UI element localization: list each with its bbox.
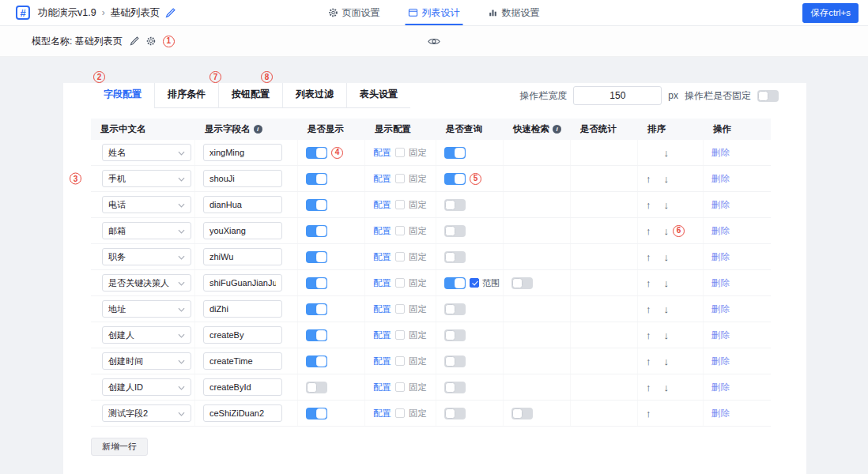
nav-tab-page-settings[interactable]: 页面设置 xyxy=(329,0,380,25)
save-button[interactable]: 保存ctrl+s xyxy=(802,3,859,23)
field-name-input[interactable] xyxy=(203,352,282,370)
show-toggle[interactable] xyxy=(306,303,327,315)
delete-link[interactable]: 删除 xyxy=(711,329,730,341)
config-link[interactable]: 配置 xyxy=(373,147,391,159)
config-link[interactable]: 配置 xyxy=(373,251,391,263)
sort-up-icon[interactable]: ↑ xyxy=(646,173,651,185)
field-name-input[interactable] xyxy=(203,170,282,187)
model-settings-gear-icon[interactable] xyxy=(146,36,156,46)
cn-name-select[interactable]: 创建人 xyxy=(102,326,191,344)
nav-tab-list-design[interactable]: 列表设计 xyxy=(409,0,460,25)
query-toggle[interactable] xyxy=(444,199,466,211)
sort-up-icon[interactable]: ↑ xyxy=(646,329,651,341)
quick-search-toggle[interactable] xyxy=(511,277,533,289)
config-link[interactable]: 配置 xyxy=(373,277,391,289)
query-toggle[interactable] xyxy=(444,225,466,237)
query-toggle[interactable] xyxy=(444,251,466,263)
sort-down-icon[interactable]: ↓ xyxy=(664,225,670,237)
fixed-checkbox[interactable] xyxy=(395,226,405,235)
show-toggle[interactable] xyxy=(306,173,327,185)
query-toggle[interactable] xyxy=(444,277,466,289)
cn-name-select[interactable]: 手机 xyxy=(102,170,191,187)
field-name-input[interactable] xyxy=(203,222,282,239)
config-link[interactable]: 配置 xyxy=(373,329,391,341)
delete-link[interactable]: 删除 xyxy=(711,356,730,367)
action-fixed-toggle[interactable] xyxy=(757,90,779,102)
cn-name-select[interactable]: 职务 xyxy=(102,248,191,265)
query-toggle[interactable] xyxy=(444,329,466,341)
sort-down-icon[interactable]: ↓ xyxy=(664,173,670,185)
edit-model-name-icon[interactable] xyxy=(130,36,139,46)
tab-header-settings[interactable]: 表头设置 xyxy=(346,83,410,108)
sort-down-icon[interactable]: ↓ xyxy=(664,277,670,289)
show-toggle[interactable] xyxy=(306,251,327,263)
field-name-input[interactable] xyxy=(203,248,282,265)
delete-link[interactable]: 删除 xyxy=(711,277,730,289)
sort-up-icon[interactable]: ↑ xyxy=(646,382,651,393)
query-toggle[interactable] xyxy=(444,173,466,185)
sort-up-icon[interactable]: ↑ xyxy=(646,356,651,367)
sort-up-icon[interactable]: ↑ xyxy=(646,199,651,211)
preview-eye-icon[interactable] xyxy=(428,36,441,47)
delete-link[interactable]: 删除 xyxy=(711,199,730,211)
cn-name-select[interactable]: 电话 xyxy=(102,196,191,213)
sort-up-icon[interactable]: ↑ xyxy=(646,277,651,289)
delete-link[interactable]: 删除 xyxy=(711,173,730,185)
field-name-input[interactable] xyxy=(203,274,282,292)
config-link[interactable]: 配置 xyxy=(373,356,391,367)
field-name-input[interactable] xyxy=(203,300,282,318)
action-width-input[interactable] xyxy=(573,86,662,105)
sort-down-icon[interactable]: ↓ xyxy=(664,329,670,341)
show-toggle[interactable] xyxy=(306,329,327,341)
tab-button-config[interactable]: 按钮配置 xyxy=(218,83,282,108)
show-toggle[interactable] xyxy=(306,277,327,289)
edit-title-icon[interactable] xyxy=(165,8,175,18)
quick-search-toggle[interactable] xyxy=(511,408,533,419)
query-toggle[interactable] xyxy=(444,356,466,367)
field-name-input[interactable] xyxy=(203,196,282,213)
field-name-input[interactable] xyxy=(203,378,282,396)
sort-down-icon[interactable]: ↓ xyxy=(664,147,670,159)
cn-name-select[interactable]: 创建人ID xyxy=(102,378,191,396)
show-toggle[interactable] xyxy=(306,225,327,237)
fixed-checkbox[interactable] xyxy=(395,356,405,366)
config-link[interactable]: 配置 xyxy=(373,199,391,211)
field-name-input[interactable] xyxy=(203,326,282,344)
app-logo-icon[interactable]: # xyxy=(16,6,30,20)
tab-sort-condition[interactable]: 排序条件 xyxy=(154,83,218,108)
config-link[interactable]: 配置 xyxy=(373,303,391,315)
sort-up-icon[interactable]: ↑ xyxy=(646,303,651,315)
delete-link[interactable]: 删除 xyxy=(711,382,730,393)
show-toggle[interactable] xyxy=(306,356,327,367)
sort-down-icon[interactable]: ↓ xyxy=(664,382,670,393)
sort-down-icon[interactable]: ↓ xyxy=(664,199,670,211)
tab-field-config[interactable]: 字段配置 xyxy=(91,83,154,108)
nav-tab-data-settings[interactable]: 数据设置 xyxy=(489,0,540,25)
query-toggle[interactable] xyxy=(444,147,466,159)
fixed-checkbox[interactable] xyxy=(395,148,405,157)
fixed-checkbox[interactable] xyxy=(395,278,405,288)
cn-name-select[interactable]: 地址 xyxy=(102,300,191,318)
fixed-checkbox[interactable] xyxy=(395,200,405,209)
range-checkbox[interactable] xyxy=(470,278,479,288)
cn-name-select[interactable]: 姓名 xyxy=(102,144,191,161)
delete-link[interactable]: 删除 xyxy=(711,408,730,419)
cn-name-select[interactable]: 创建时间 xyxy=(102,352,191,370)
tab-list-filter[interactable]: 列表过滤 xyxy=(282,83,346,108)
sort-up-icon[interactable]: ↑ xyxy=(646,251,651,263)
delete-link[interactable]: 删除 xyxy=(711,251,730,263)
info-icon[interactable]: i xyxy=(254,125,262,134)
cn-name-select[interactable]: 是否关键决策人 xyxy=(102,274,191,292)
cn-name-select[interactable]: 测试字段2 xyxy=(102,404,191,422)
fixed-checkbox[interactable] xyxy=(395,174,405,183)
query-toggle[interactable] xyxy=(444,382,466,393)
sort-down-icon[interactable]: ↓ xyxy=(664,356,670,367)
show-toggle[interactable] xyxy=(306,199,327,211)
delete-link[interactable]: 删除 xyxy=(711,147,730,159)
show-toggle[interactable] xyxy=(306,382,327,393)
add-row-button[interactable]: 新增一行 xyxy=(91,438,148,456)
show-toggle[interactable] xyxy=(306,408,327,419)
sort-up-icon[interactable]: ↑ xyxy=(646,225,651,237)
fixed-checkbox[interactable] xyxy=(395,330,405,340)
config-link[interactable]: 配置 xyxy=(373,408,391,419)
